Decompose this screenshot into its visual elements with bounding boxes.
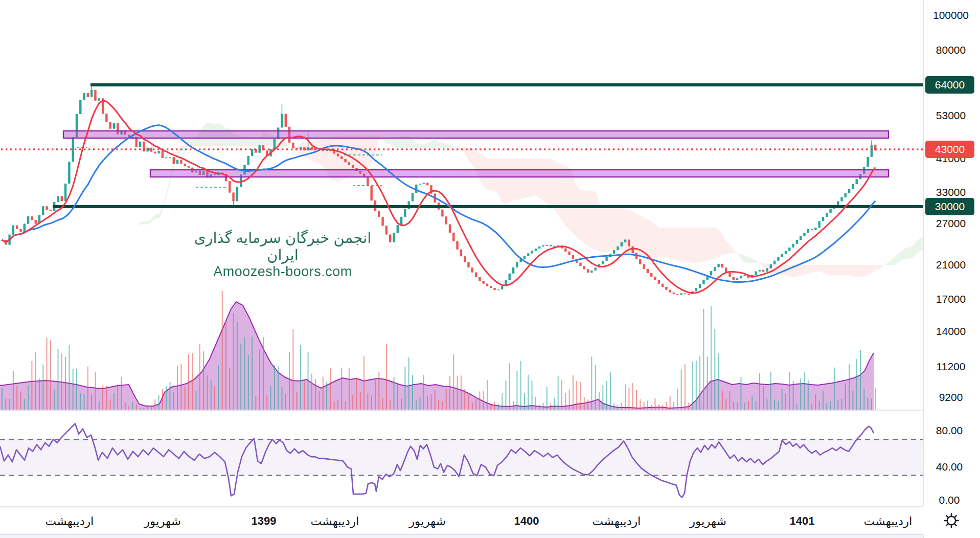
price-axis-label: 11200 bbox=[937, 361, 966, 373]
time-axis-label: شهریور bbox=[144, 514, 181, 528]
price-axis-label: 33000 bbox=[936, 186, 966, 198]
oscillator-axis-label: 0.00 bbox=[939, 494, 960, 506]
price-badge-43000: 43000 bbox=[925, 141, 974, 158]
price-axis-label: 17000 bbox=[936, 293, 966, 305]
oscillator-axis-label: 40.00 bbox=[936, 461, 963, 473]
price-axis-label: 80000 bbox=[936, 44, 966, 56]
price-badge-64000: 64000 bbox=[925, 76, 974, 94]
price-axis-label: 100000 bbox=[933, 9, 969, 21]
time-axis-label: اردیبهشت bbox=[45, 514, 94, 528]
price-axis[interactable]: 1000008000053000410003300027000210001700… bbox=[923, 0, 980, 538]
time-axis-label: اردیبهشت bbox=[311, 514, 359, 528]
price-axis-label: 27000 bbox=[936, 217, 966, 230]
time-axis-label: 1401 bbox=[790, 514, 815, 528]
time-axis-label: 1399 bbox=[252, 514, 277, 528]
oscillator-axis-label: 80.00 bbox=[936, 424, 963, 437]
gear-icon bbox=[942, 511, 961, 530]
bottom-strip bbox=[0, 534, 923, 538]
time-axis-label: شهریور bbox=[409, 514, 446, 528]
time-axis-label: 1400 bbox=[514, 514, 539, 528]
settings-button[interactable] bbox=[923, 506, 980, 535]
price-badge-30000: 30000 bbox=[925, 198, 974, 215]
time-axis-label: اردیبهشت bbox=[864, 514, 913, 528]
price-axis-label: 21000 bbox=[936, 259, 966, 271]
chart-canvas[interactable] bbox=[0, 0, 980, 538]
trading-chart-screen: انجمن خبرگان سرمایه گذاری ایران Amoozesh… bbox=[0, 0, 980, 538]
price-axis-label: 53000 bbox=[936, 109, 966, 122]
time-axis-label: شهریور bbox=[690, 514, 726, 528]
time-axis-label: اردیبهشت bbox=[592, 514, 641, 528]
time-axis[interactable]: اردیبهشتشهریور1399اردیبهشتشهریور1400اردی… bbox=[0, 506, 923, 535]
price-axis-label: 9200 bbox=[939, 391, 963, 404]
price-axis-label: 14000 bbox=[936, 325, 966, 338]
